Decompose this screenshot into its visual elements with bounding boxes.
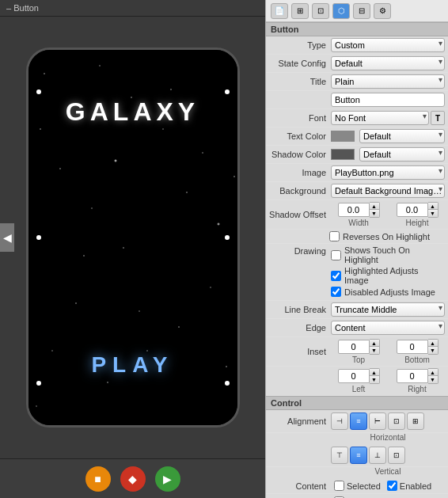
line-break-row: Line Break Truncate Middle [266,301,448,319]
drawing-label: Drawing [269,245,331,256]
highlighted-adjusts-label: Highlighted Adjusts Image [344,266,445,285]
align-h-center[interactable]: ≡ [350,412,367,430]
toolbar-button-1[interactable]: ■ [85,466,111,492]
background-dropdown-wrapper: Default Background Imag… [331,184,445,198]
align-h-leading[interactable]: ⊞ [407,412,424,430]
image-dropdown[interactable]: PlayButton.png [331,165,445,180]
shadow-height-down[interactable]: ▼ [428,210,438,217]
monitor-icon[interactable]: ⊡ [312,3,329,19]
inset-bottom-btns: ▲ ▼ [428,339,439,355]
inset-right-input[interactable] [397,369,428,383]
toolbar-button-3[interactable]: ▶ [155,466,180,492]
shadow-width-down[interactable]: ▼ [370,210,379,217]
inset-bottom-down[interactable]: ▼ [428,347,438,354]
align-v-fill[interactable]: ⊡ [388,447,405,464]
edge-row: Edge Content [266,319,448,337]
shadow-width-input[interactable] [338,203,370,217]
state-config-row: State Config Default [266,55,448,73]
gear-icon[interactable]: ⚙ [374,3,391,19]
background-dropdown[interactable]: Default Background Imag… [331,184,445,198]
inset-bottom-label: Bottom [404,355,430,364]
enabled-checkbox[interactable] [387,481,397,491]
layers-icon[interactable]: ⊞ [291,3,309,19]
highlighted-adjusts-checkbox[interactable] [331,271,341,281]
link-icon[interactable]: ⬡ [332,3,350,19]
play-button-label[interactable]: PLAY [91,352,173,378]
shadow-color-label: Shadow Color [269,150,331,159]
inset-bottom-up[interactable]: ▲ [428,340,438,347]
image-row: Image PlayButton.png [266,164,448,182]
inset-label: Inset [269,347,331,356]
shows-touch-row: Shows Touch On Highlight [331,245,445,264]
inset-right-down[interactable]: ▼ [428,376,438,383]
button-section-header: Button [266,22,448,36]
text-color-control: Default [331,129,445,143]
inset-top-row: Inset ▲ ▼ Top ▲ ▼ [266,337,448,367]
align-v-top[interactable]: ⊤ [331,447,348,464]
inset-left-up[interactable]: ▲ [370,369,379,376]
file-icon[interactable]: 📄 [271,3,288,19]
content-row-1: Content Selected Enabled [266,478,448,494]
edge-label: Edge [269,323,331,333]
align-h-fill[interactable]: ⊡ [388,412,405,430]
code-icon[interactable]: ⊟ [353,3,370,19]
inset-top-btns: ▲ ▼ [370,339,380,355]
align-v-bottom[interactable]: ⊥ [369,447,386,464]
state-config-dropdown[interactable]: Default [331,56,445,70]
title-input[interactable] [331,93,445,107]
edge-dropdown[interactable]: Content [331,321,445,335]
title-dropdown[interactable]: Plain [331,74,445,89]
align-h-right[interactable]: ⊢ [369,412,386,430]
title-dropdown-wrapper: Plain [331,74,445,89]
shows-touch-label: Shows Touch On Highlight [344,245,445,264]
type-row: Type Custom [266,36,448,55]
inset-lr-row: ▲ ▼ Left ▲ ▼ Right [266,367,448,396]
title-text: – Button [6,3,39,13]
inset-left-down[interactable]: ▼ [370,376,379,383]
inset-top-down[interactable]: ▼ [370,347,379,354]
align-h-left[interactable]: ⊣ [331,412,348,430]
right-panel: 📄 ⊞ ⊡ ⬡ ⊟ ⚙ Button Type Custom State Con… [265,0,448,498]
disabled-adjusts-row: Disabled Adjusts Image [331,287,445,297]
reverses-checkbox[interactable] [329,231,340,241]
line-break-dropdown[interactable]: Truncate Middle [331,302,445,317]
selected-checkbox[interactable] [334,481,344,491]
shows-touch-checkbox[interactable] [331,250,341,260]
type-dropdown-wrapper: Custom [331,38,445,52]
disabled-adjusts-label: Disabled Adjusts Image [344,287,435,297]
inset-top-input[interactable] [338,340,370,354]
inset-right-up[interactable]: ▲ [428,369,438,376]
inset-top-up[interactable]: ▲ [370,340,379,347]
galaxy-label: GALAXY [66,97,199,127]
inset-left-input[interactable] [338,369,370,383]
shadow-color-swatch[interactable] [331,149,355,160]
control-section-header: Control [266,396,448,410]
title-bar: – Button [0,0,265,17]
alignment-h-row: Alignment ⊣ ≡ ⊢ ⊡ ⊞ [266,410,448,433]
shadow-height-input[interactable] [397,203,428,217]
inset-bottom-input[interactable] [397,340,428,354]
shadow-width-stepper-btns: ▲ ▼ [370,202,380,218]
font-label: Font [269,113,331,123]
image-label: Image [269,168,331,177]
text-color-swatch[interactable] [331,131,355,142]
title-input-row [266,91,448,109]
font-row: Font No Font T [266,109,448,127]
alignment-h-buttons: ⊣ ≡ ⊢ ⊡ ⊞ [331,412,424,430]
font-dropdown[interactable]: No Font [331,111,429,125]
inset-right-col: ▲ ▼ Right [389,368,445,393]
drawing-checks: Shows Touch On Highlight Highlighted Adj… [331,245,445,297]
type-dropdown[interactable]: Custom [331,38,445,52]
align-v-center[interactable]: ≡ [350,447,367,464]
shadow-color-dropdown[interactable]: Default [359,147,445,162]
shadow-height-up[interactable]: ▲ [428,203,438,210]
image-control: PlayButton.png [331,165,445,180]
background-row: Background Default Background Imag… [266,182,448,200]
corner-marker-tl [36,89,41,94]
toolbar-button-2[interactable]: ◆ [120,466,146,492]
disabled-adjusts-checkbox[interactable] [331,287,341,297]
font-t-button[interactable]: T [431,111,445,125]
text-color-dropdown[interactable]: Default [359,129,445,143]
left-arrow-button[interactable]: ◀ [0,223,14,252]
shadow-width-up[interactable]: ▲ [370,203,379,210]
